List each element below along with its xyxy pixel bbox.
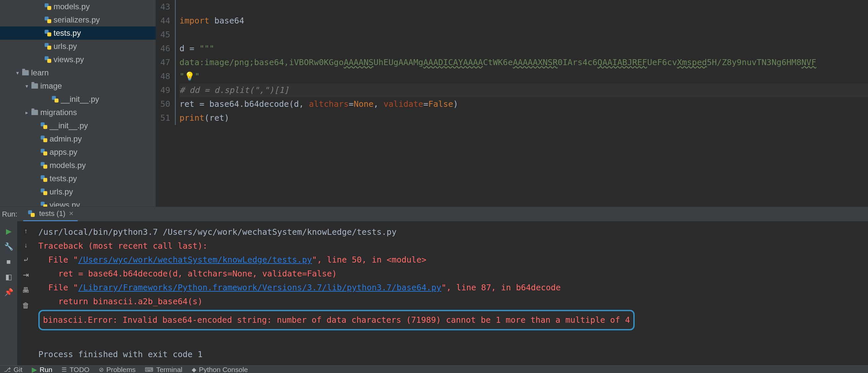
traceback-frame: File "/Users/wyc/work/wechatSystem/knowL… — [38, 253, 864, 267]
statusbar-todo[interactable]: ☰TODO — [61, 366, 89, 373]
folder-icon — [21, 70, 30, 75]
statusbar-problems[interactable]: ⊘Problems — [99, 366, 136, 373]
tree-file[interactable]: models.py — [0, 159, 156, 172]
code-line[interactable]: print(ret) — [180, 111, 868, 125]
code-line[interactable]: # dd = d.split(",")[1] — [180, 83, 868, 97]
code-editor[interactable]: 434445464748495051 import base64d = """d… — [156, 0, 868, 207]
tree-file[interactable]: models.py — [0, 0, 156, 13]
statusbar-git[interactable]: ⎇Git — [4, 366, 23, 373]
tree-file[interactable]: admin.py — [0, 132, 156, 146]
soft-wrap-icon[interactable]: ⤶ — [23, 256, 29, 264]
project-tree[interactable]: models.pyserializers.pytests.pyurls.pyvi… — [0, 0, 156, 207]
close-tab-icon[interactable]: ✕ — [69, 210, 74, 217]
trash-icon[interactable]: 🗑 — [22, 301, 29, 310]
code-line[interactable]: "💡" — [180, 69, 868, 83]
line-number: 49 — [156, 83, 170, 97]
traceback-code: return binascii.a2b_base64(s) — [38, 294, 864, 309]
code-line[interactable]: d = """ — [180, 42, 868, 56]
scroll-to-end-icon[interactable]: ⇥ — [23, 271, 29, 279]
error-message: binascii.Error: Invalid base64-encoded s… — [43, 313, 630, 327]
tree-item-label: apps.py — [48, 148, 78, 157]
statusbar-run[interactable]: ▶Run — [32, 366, 53, 373]
line-number: 50 — [156, 97, 170, 111]
traceback-header: Traceback (most recent call last): — [38, 239, 864, 253]
tree-file[interactable]: tests.py — [0, 27, 156, 40]
python-file-icon — [40, 149, 48, 155]
line-number: 48 — [156, 69, 170, 83]
print-icon[interactable]: 🖶 — [22, 286, 29, 294]
tree-expander-icon[interactable]: ▾ — [14, 70, 21, 76]
run-toolbar-inner: ↑ ↓ ⤶ ⇥ 🖶 🗑 — [17, 221, 34, 365]
line-number: 47 — [156, 56, 170, 69]
process-exit: Process finished with exit code 1 — [38, 347, 864, 362]
code-line[interactable]: import base64 — [180, 14, 868, 28]
pin-icon[interactable]: 📌 — [4, 288, 13, 297]
line-number: 45 — [156, 28, 170, 42]
python-file-icon — [40, 202, 48, 207]
code-line[interactable]: data:image/png;base64,iVBORw0KGgoAAAANSU… — [180, 56, 868, 69]
traceback-code: ret = base64.b64decode(d, altchars=None,… — [38, 267, 864, 281]
tree-file[interactable]: __init__.py — [0, 119, 156, 132]
tree-item-label: serializers.py — [52, 15, 100, 25]
tree-item-label: models.py — [52, 2, 90, 11]
down-arrow-icon[interactable]: ↓ — [24, 241, 27, 249]
tree-item-label: views.py — [52, 55, 84, 64]
tree-item-label: views.py — [48, 200, 80, 207]
tree-folder[interactable]: ▾learn — [0, 66, 156, 80]
python-file-icon — [43, 17, 52, 23]
traceback-link[interactable]: /Users/wyc/work/wechatSystem/knowLedge/t… — [78, 255, 312, 265]
tree-file[interactable]: __init__.py — [0, 93, 156, 106]
python-file-icon — [40, 122, 48, 129]
git-branch-icon: ⎇ — [4, 366, 11, 373]
up-arrow-icon[interactable]: ↑ — [24, 227, 27, 235]
tree-item-label: __init__.py — [48, 121, 88, 130]
tree-file[interactable]: views.py — [0, 53, 156, 66]
line-number: 51 — [156, 111, 170, 125]
python-file-icon — [43, 56, 52, 63]
rerun-button[interactable]: ▶ — [4, 227, 13, 236]
play-icon: ▶ — [32, 366, 37, 373]
python-file-icon — [27, 210, 36, 217]
python-file-icon — [40, 188, 48, 195]
traceback-link[interactable]: /Library/Frameworks/Python.framework/Ver… — [78, 283, 441, 292]
code-line[interactable] — [180, 0, 868, 14]
tree-item-label: urls.py — [52, 42, 77, 51]
tree-item-label: learn — [30, 68, 49, 77]
tree-expander-icon[interactable]: ▸ — [23, 110, 30, 116]
run-panel-header: Run: tests (1) ✕ — [0, 207, 868, 221]
tree-file[interactable]: apps.py — [0, 146, 156, 159]
tree-item-label: migrations — [39, 108, 77, 117]
layout-icon[interactable]: ◧ — [4, 273, 13, 281]
statusbar-terminal[interactable]: ⌨Terminal — [145, 366, 182, 373]
python-file-icon — [51, 96, 60, 102]
statusbar-python-console[interactable]: ◆Python Console — [192, 366, 248, 373]
terminal-icon: ⌨ — [145, 366, 153, 373]
tree-file[interactable]: views.py — [0, 198, 156, 207]
console-cmd: /usr/local/bin/python3.7 /Users/wyc/work… — [38, 225, 864, 239]
console-output[interactable]: /usr/local/bin/python3.7 /Users/wyc/work… — [34, 221, 868, 365]
tree-file[interactable]: urls.py — [0, 40, 156, 53]
folder-icon — [30, 83, 39, 89]
run-tab[interactable]: tests (1) ✕ — [23, 207, 78, 221]
editor-code-area[interactable]: import base64d = """data:image/png;base6… — [180, 0, 868, 207]
run-toolbar-left: ▶ 🔧 ■ ◧ 📌 — [0, 221, 17, 365]
wrench-icon[interactable]: 🔧 — [4, 242, 13, 251]
code-line[interactable] — [180, 28, 868, 42]
tree-item-label: image — [39, 81, 62, 91]
python-file-icon — [43, 3, 52, 10]
tree-item-label: tests.py — [48, 174, 77, 183]
stop-button[interactable]: ■ — [4, 257, 13, 266]
tree-folder[interactable]: ▸migrations — [0, 106, 156, 119]
tree-folder[interactable]: ▾image — [0, 80, 156, 93]
tree-file[interactable]: tests.py — [0, 172, 156, 185]
tree-expander-icon[interactable]: ▾ — [23, 83, 30, 89]
code-line[interactable]: ret = base64.b64decode(d, altchars=None,… — [180, 97, 868, 111]
editor-gutter: 434445464748495051 — [156, 0, 175, 207]
tree-file[interactable]: serializers.py — [0, 13, 156, 27]
line-number: 44 — [156, 14, 170, 28]
tree-item-label: urls.py — [48, 187, 73, 196]
tree-file[interactable]: urls.py — [0, 185, 156, 198]
tree-item-label: __init__.py — [60, 95, 99, 104]
run-tool-window[interactable]: Run: tests (1) ✕ ▶ 🔧 ■ ◧ 📌 ↑ ↓ ⤶ ⇥ 🖶 🗑 — [0, 207, 868, 365]
run-tab-label: tests (1) — [39, 209, 65, 218]
